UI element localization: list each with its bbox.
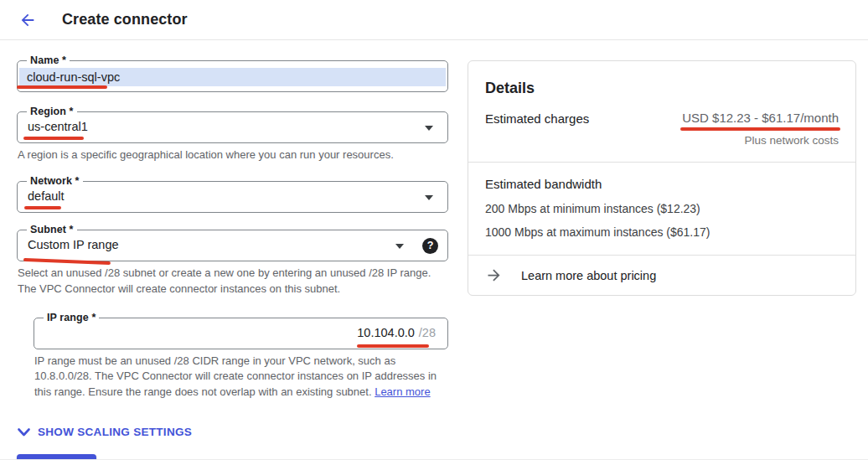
annotation-underline-charges: [680, 127, 840, 131]
estimated-charges-value: USD $12.23 - $61.17/month: [682, 111, 839, 125]
caret-down-icon: [395, 244, 404, 249]
name-value: cloud-run-sql-vpc: [19, 68, 446, 86]
connector-form: Name * cloud-run-sql-vpc Region * us-cen…: [17, 60, 448, 460]
show-scaling-settings-toggle[interactable]: SHOW SCALING SETTINGS: [18, 426, 192, 438]
estimated-bandwidth-section: Estimated bandwidth 200 Mbps at minimum …: [468, 163, 855, 255]
ip-range-field-group: IP range * 10.104.0.0 /28 IP range must …: [34, 318, 448, 401]
bandwidth-min-line: 200 Mbps at minimum instances ($12.23): [485, 202, 839, 215]
arrow-forward-icon: [485, 266, 503, 284]
page-title: Create connector: [62, 11, 188, 28]
annotation-underline-region: [23, 137, 84, 140]
page-header: Create connector: [0, 0, 868, 40]
details-title: Details: [485, 80, 839, 97]
pricing-link-label: Learn more about pricing: [521, 269, 656, 282]
subnet-select[interactable]: Subnet * Custom IP range ?: [17, 230, 448, 261]
subnet-value: Custom IP range: [18, 230, 447, 260]
main-content: Name * cloud-run-sql-vpc Region * us-cen…: [0, 40, 868, 460]
subnet-field-group: Subnet * Custom IP range ? Select an unu…: [17, 230, 448, 297]
network-field-group: Network * default: [17, 181, 448, 213]
arrow-back-icon: [18, 11, 37, 29]
network-select[interactable]: Network * default: [17, 181, 448, 213]
network-label: Network *: [27, 175, 83, 187]
name-input[interactable]: Name * cloud-run-sql-vpc: [17, 60, 448, 92]
estimated-charges-values: USD $12.23 - $61.17/month Plus network c…: [682, 111, 839, 147]
ip-range-helper-text: IP range must be an unused /28 CIDR rang…: [34, 354, 448, 401]
annotation-underline-name: [17, 85, 107, 89]
annotation-underline-network: [24, 206, 61, 209]
back-button[interactable]: [15, 8, 40, 33]
ip-range-value: 10.104.0.0 /28: [357, 318, 436, 348]
create-connector-page: Create connector Name * cloud-run-sql-vp…: [0, 0, 868, 460]
details-charges-section: Details Estimated charges USD $12.23 - $…: [468, 61, 855, 162]
estimated-charges-label: Estimated charges: [485, 111, 589, 126]
region-label: Region *: [27, 106, 77, 117]
learn-more-link[interactable]: Learn more: [375, 385, 430, 398]
caret-down-icon: [425, 126, 433, 131]
subnet-label: Subnet *: [27, 224, 77, 235]
region-field-group: Region * us-central1 A region is a speci…: [17, 111, 448, 163]
ip-range-input[interactable]: IP range * 10.104.0.0 /28: [34, 318, 448, 349]
estimated-charges-value-text: USD $12.23 - $61.17/month: [682, 111, 839, 125]
ip-range-suffix: /28: [419, 318, 436, 348]
bandwidth-max-line: 1000 Mbps at maximum instances ($61.17): [485, 225, 839, 239]
caret-down-icon: [425, 195, 433, 200]
name-field-group: Name * cloud-run-sql-vpc: [17, 60, 448, 92]
chevron-down-icon: [18, 427, 30, 437]
estimated-charges-row: Estimated charges USD $12.23 - $61.17/mo…: [485, 111, 839, 147]
region-helper-text: A region is a specific geographical loca…: [18, 147, 448, 163]
estimated-charges-note: Plus network costs: [682, 134, 839, 147]
subnet-helper-text: Select an unused /28 subnet or create a …: [18, 266, 448, 297]
annotation-underline-ip: [357, 344, 429, 348]
help-icon[interactable]: ?: [422, 238, 438, 254]
show-scaling-settings-label: SHOW SCALING SETTINGS: [38, 426, 192, 438]
details-card: Details Estimated charges USD $12.23 - $…: [468, 60, 856, 296]
region-select[interactable]: Region * us-central1: [17, 111, 448, 143]
pricing-link-row[interactable]: Learn more about pricing: [468, 256, 855, 295]
estimated-bandwidth-title: Estimated bandwidth: [485, 177, 839, 191]
name-label: Name *: [27, 54, 70, 66]
ip-range-label: IP range *: [44, 312, 99, 323]
ip-range-value-text: 10.104.0.0: [357, 318, 415, 348]
